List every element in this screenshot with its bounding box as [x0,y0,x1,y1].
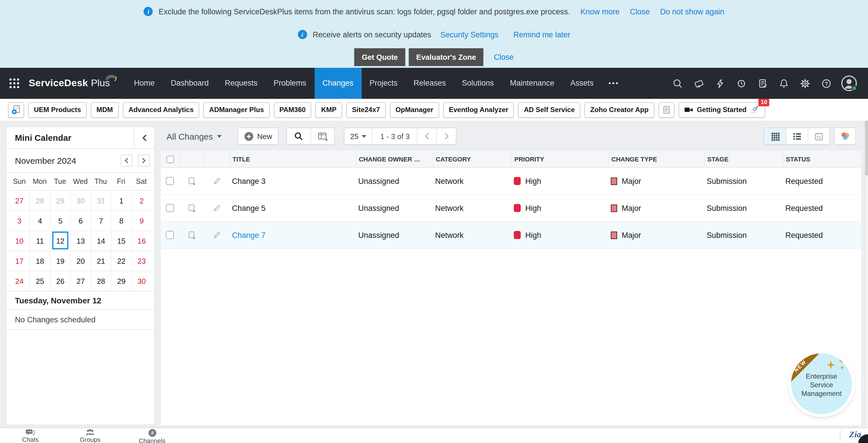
calendar-day-30[interactable]: 30 [70,190,91,210]
add-column-button[interactable] [311,128,334,144]
filter-dropdown[interactable]: All Changes [166,127,222,145]
calendar-day-31[interactable]: 31 [90,190,111,210]
calendar-day-29[interactable]: 29 [111,271,131,291]
next-page-button[interactable] [437,128,456,144]
chip-kmp[interactable]: KMP [315,102,342,118]
column-header-status[interactable]: STATUS [783,151,861,168]
nav-item-requests[interactable]: Requests [217,68,266,99]
clipboard-button[interactable] [658,102,674,118]
dock-item-chats[interactable]: Chats [16,429,45,443]
calendar-day-9[interactable]: 9 [131,210,152,230]
column-header-change-type[interactable]: CHANGE TYPE [609,151,704,168]
edit-row-button[interactable] [205,230,229,240]
user-avatar-icon[interactable] [837,68,861,99]
get-quote-button[interactable]: Get Quote [354,48,405,66]
nav-item-releases[interactable]: Releases [406,68,454,99]
column-header-title[interactable]: TITLE [229,151,356,168]
chip-uem-products[interactable]: UEM Products [28,102,87,118]
list-view-button[interactable] [786,128,808,144]
chip-mdm[interactable]: MDM [91,102,119,118]
new-change-button[interactable]: New [238,128,278,144]
column-header-priority[interactable]: PRIORITY [512,151,609,168]
chip-pam360[interactable]: PAM360 [274,102,311,118]
calendar-day-3[interactable]: 3 [9,210,30,230]
vertical-scrollbar[interactable] [865,121,868,427]
collapse-panel-button[interactable] [134,127,154,148]
remind-me-later-link[interactable]: Remind me later [514,30,570,39]
nav-item-assets[interactable]: Assets [562,68,601,99]
settings-icon[interactable] [795,68,816,99]
nav-item-solutions[interactable]: Solutions [454,68,502,99]
evaluators-zone-button[interactable]: Evaluator's Zone [409,48,484,66]
history-icon[interactable] [731,68,752,99]
chip-eventlog-analyzer[interactable]: Eventlog Analyzer [443,102,514,118]
row-checkbox[interactable] [166,204,174,212]
calendar-day-30[interactable]: 30 [131,271,152,291]
add-flag-button[interactable] [179,230,205,240]
getting-started-button[interactable]: Getting Started 10 [678,102,765,118]
calendar-day-25[interactable]: 25 [30,271,50,291]
column-header-stage[interactable]: STAGE [704,151,783,168]
calendar-day-6[interactable]: 6 [70,210,91,230]
calendar-day-28[interactable]: 28 [90,271,111,291]
create-ticket-icon[interactable] [688,68,710,99]
help-icon[interactable]: ? [816,68,837,99]
prev-month-button[interactable] [121,154,133,167]
add-flag-button[interactable] [179,203,205,213]
row-checkbox[interactable] [166,177,174,185]
dock-item-channels[interactable]: #Channels [138,429,166,443]
prev-page-button[interactable] [417,128,437,144]
chip-admanager-plus[interactable]: ADManager Plus [204,102,270,118]
calendar-day-23[interactable]: 23 [131,250,152,271]
next-month-button[interactable] [138,154,150,167]
calendar-day-22[interactable]: 22 [111,250,131,271]
calendar-day-29[interactable]: 29 [50,190,70,210]
security-settings-link[interactable]: Security Settings [440,30,499,39]
chip-ad-self-service[interactable]: AD Self Service [518,102,580,118]
servicedesk-plus-logo[interactable]: ServiceDesk Plus [29,78,110,89]
promo-close-link[interactable]: Close [494,53,514,61]
calendar-day-17[interactable]: 17 [9,250,30,271]
know-more-link[interactable]: Know more [580,7,620,16]
calendar-day-28[interactable]: 28 [30,190,50,210]
calendar-day-2[interactable]: 2 [131,190,152,210]
calendar-day-27[interactable]: 27 [70,271,91,291]
change-title-link[interactable]: Change 5 [229,204,356,212]
change-title-link[interactable]: Change 3 [229,177,356,185]
calendar-day-27[interactable]: 27 [9,190,30,210]
notifications-icon[interactable] [773,68,795,99]
chip-advanced-analytics[interactable]: Advanced Analytics [123,102,199,118]
calendar-day-11[interactable]: 11 [30,230,50,250]
calendar-day-1[interactable]: 1 [111,190,131,210]
row-checkbox[interactable] [166,231,174,239]
nav-more-button[interactable]: ••• [601,68,626,99]
edit-row-button[interactable] [205,203,229,213]
zia-button[interactable]: Zia [849,430,861,440]
nav-item-changes[interactable]: Changes [314,68,361,99]
search-icon[interactable] [667,68,688,99]
nav-item-projects[interactable]: Projects [361,68,406,99]
dock-item-groups[interactable]: Groups [76,429,104,443]
quick-actions-icon[interactable] [710,68,731,99]
calendar-day-26[interactable]: 26 [50,271,70,291]
calendar-day-12[interactable]: 12 [50,230,70,250]
chip-opmanager[interactable]: OpManager [390,102,439,118]
nav-item-dashboard[interactable]: Dashboard [163,68,217,99]
calendar-day-19[interactable]: 19 [50,250,70,271]
column-header-change-owner[interactable]: CHANGE OWNER … [356,151,433,168]
nav-item-problems[interactable]: Problems [266,68,314,99]
calendar-day-15[interactable]: 15 [111,230,131,250]
change-title-link[interactable]: Change 7 [229,231,356,239]
nav-item-home[interactable]: Home [126,68,163,99]
calendar-day-18[interactable]: 18 [30,250,50,271]
grid-view-button[interactable] [764,128,786,144]
calendar-day-24[interactable]: 24 [9,271,30,291]
add-template-button[interactable] [8,102,24,118]
calendar-day-4[interactable]: 4 [30,210,50,230]
page-size-dropdown[interactable]: 25 [344,128,372,144]
apps-color-button[interactable] [835,128,856,144]
calendar-day-5[interactable]: 5 [50,210,70,230]
esm-promo-badge[interactable]: NEW Enterprise Service Management [791,353,852,414]
scrollbar-thumb[interactable] [865,121,868,175]
calendar-day-16[interactable]: 16 [131,230,152,250]
